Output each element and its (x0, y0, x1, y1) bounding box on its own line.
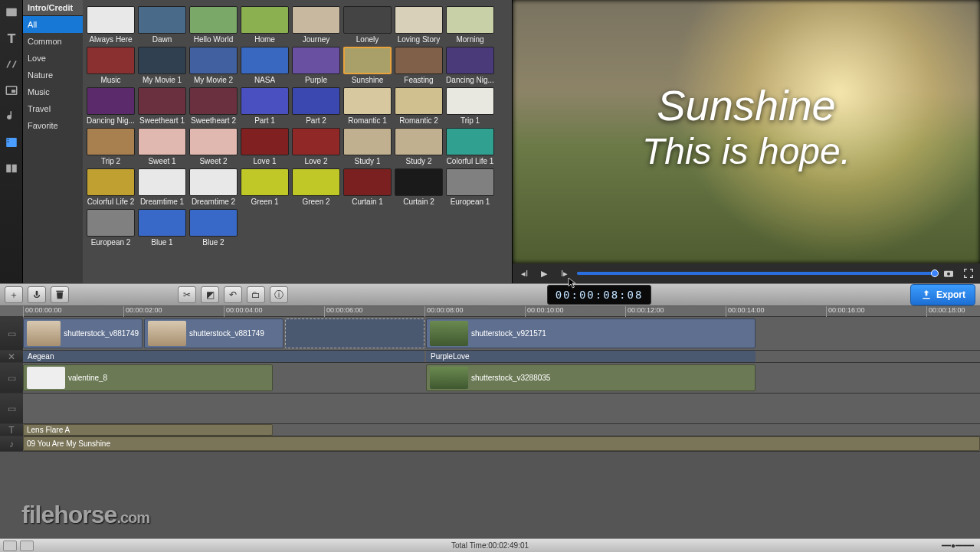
track-head-text[interactable]: T (0, 424, 23, 436)
ruler-mark: 00:00:12:00 (625, 306, 664, 317)
category-item[interactable]: Nature (23, 67, 83, 83)
template-thumb[interactable]: Dreamtime 1 (137, 168, 187, 206)
template-thumb[interactable]: Part 1 (240, 87, 290, 125)
template-thumb[interactable]: Blue 2 (188, 209, 238, 247)
music-clip[interactable]: 09 You Are My Sunshine (23, 436, 980, 451)
template-thumb[interactable]: European 1 (445, 168, 495, 206)
template-thumb[interactable]: Journey (291, 6, 341, 44)
template-thumb[interactable]: My Movie 1 (137, 47, 187, 84)
video-clip-placeholder[interactable] (285, 318, 424, 348)
template-thumb[interactable]: Romantic 1 (343, 87, 392, 125)
intro-credit-icon[interactable] (4, 135, 19, 150)
cut-button[interactable]: ✂ (178, 286, 196, 303)
layout-toggle-1[interactable] (3, 541, 17, 551)
pip-icon[interactable] (4, 83, 19, 98)
info-button[interactable]: ⓘ (270, 286, 288, 303)
preview-viewport[interactable]: Sunshine This is hope. (513, 0, 980, 263)
media-icon[interactable] (4, 5, 19, 20)
template-thumb[interactable]: Sweetheart 1 (137, 87, 187, 125)
timeline-ruler[interactable]: 00:00:00:0000:00:02:0000:00:04:0000:00:0… (0, 306, 980, 317)
text-clip[interactable]: Lens Flare A (23, 424, 273, 436)
crop-button[interactable]: ◩ (201, 286, 219, 303)
record-voice-button[interactable] (28, 286, 46, 303)
template-thumb[interactable]: NASA (240, 47, 290, 84)
ruler-mark: 00:00:04:00 (224, 306, 263, 317)
snapshot-button[interactable] (942, 266, 955, 280)
track-head-pip[interactable]: ▭ (0, 363, 23, 393)
play-button[interactable]: ▶ (537, 266, 551, 280)
category-item[interactable]: Travel (23, 100, 83, 117)
category-item[interactable]: All (23, 16, 83, 33)
category-item[interactable]: Love (23, 50, 83, 67)
preview-panel: Sunshine This is hope. ◂Ⅰ ▶ Ⅰ▸ (513, 0, 980, 283)
next-frame-button[interactable]: Ⅰ▸ (557, 266, 571, 280)
track-head-music[interactable]: ♪ (0, 436, 23, 451)
template-thumb[interactable]: Curtain 1 (343, 168, 392, 206)
template-thumb[interactable]: Feasting (394, 47, 444, 84)
export-button[interactable]: Export (910, 284, 975, 305)
template-thumb[interactable]: Colorful Life 1 (445, 128, 495, 165)
category-item[interactable]: Common (23, 33, 83, 50)
template-thumb[interactable]: Trip 1 (445, 87, 495, 125)
fullscreen-button[interactable] (962, 266, 975, 280)
template-thumb[interactable]: Purple (291, 47, 341, 84)
template-thumb[interactable]: Dawn (137, 6, 187, 44)
template-thumb[interactable]: Sweetheart 2 (188, 87, 238, 125)
template-thumb[interactable]: Blue 1 (137, 209, 187, 247)
template-thumb[interactable]: European 2 (86, 209, 136, 247)
template-thumb[interactable]: Dancing Nig... (86, 87, 136, 125)
undo-button[interactable]: ↶ (224, 286, 242, 303)
template-thumb[interactable]: Green 1 (240, 168, 290, 206)
audio-icon[interactable] (4, 109, 19, 124)
prev-frame-button[interactable]: ◂Ⅰ (517, 266, 531, 280)
template-thumb[interactable]: Trip 2 (86, 128, 136, 165)
template-thumb[interactable]: Dancing Nig... (445, 47, 495, 84)
template-thumb[interactable]: Sweet 2 (188, 128, 238, 165)
text-icon[interactable] (4, 31, 19, 46)
effect-clip[interactable]: PurpleLove (426, 351, 755, 362)
template-thumb[interactable]: Green 2 (291, 168, 341, 206)
template-thumb[interactable]: Love 2 (291, 128, 341, 165)
track-head-transition[interactable]: ✕ (0, 351, 23, 362)
video-clip[interactable]: shutterstock_v921571 (426, 318, 755, 348)
add-media-button[interactable]: ＋ (5, 286, 23, 303)
category-column: Intro/Credit AllCommonLoveNatureMusicTra… (23, 0, 83, 283)
zoom-slider[interactable]: ━━●━━━━ (942, 541, 974, 550)
template-grid: Always HereDawnHello WorldHomeJourneyLon… (83, 0, 513, 283)
svg-rect-5 (7, 142, 8, 143)
video-clip[interactable]: shutterstock_v881749 (23, 318, 143, 348)
preview-scrubber[interactable] (577, 272, 936, 275)
template-thumb[interactable]: Study 1 (343, 128, 392, 165)
template-thumb[interactable]: My Movie 2 (188, 47, 238, 84)
template-thumb[interactable]: Curtain 2 (394, 168, 444, 206)
pip-clip[interactable]: valentine_8 (23, 364, 273, 391)
category-item[interactable]: Favorite (23, 117, 83, 134)
template-thumb[interactable]: Part 2 (291, 87, 341, 125)
template-thumb[interactable]: Hello World (188, 6, 238, 44)
template-thumb[interactable]: Sweet 1 (137, 128, 187, 165)
track-head-empty[interactable]: ▭ (0, 394, 23, 423)
template-thumb[interactable]: Home (240, 6, 290, 44)
effects-icon[interactable] (4, 57, 19, 72)
template-thumb[interactable]: Colorful Life 2 (86, 168, 136, 206)
delete-button[interactable] (51, 286, 69, 303)
template-thumb[interactable]: Dreamtime 2 (188, 168, 238, 206)
pip-clip[interactable]: shutterstock_v3288035 (426, 364, 755, 391)
preview-controls: ◂Ⅰ ▶ Ⅰ▸ (513, 263, 980, 283)
template-thumb[interactable]: Morning (445, 6, 495, 44)
template-thumb[interactable]: Lonely (343, 6, 392, 44)
template-thumb[interactable]: Loving Story (394, 6, 444, 44)
track-head-video[interactable]: ▭ (0, 317, 23, 350)
video-clip[interactable]: shutterstock_v881749 (144, 318, 284, 348)
template-thumb[interactable]: Sunshine (343, 47, 392, 84)
template-thumb[interactable]: Love 1 (240, 128, 290, 165)
split-icon[interactable] (4, 161, 19, 176)
template-thumb[interactable]: Music (86, 47, 136, 84)
category-item[interactable]: Music (23, 83, 83, 100)
effect-clip[interactable]: Aegean (23, 351, 424, 362)
template-thumb[interactable]: Always Here (86, 6, 136, 44)
template-thumb[interactable]: Romantic 2 (394, 87, 444, 125)
archive-button[interactable]: 🗀 (247, 286, 265, 303)
layout-toggle-2[interactable] (20, 541, 34, 551)
template-thumb[interactable]: Study 2 (394, 128, 444, 165)
